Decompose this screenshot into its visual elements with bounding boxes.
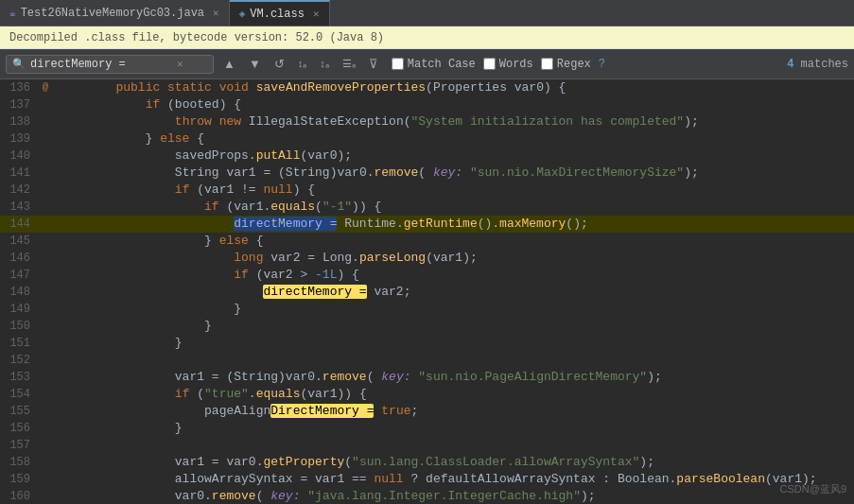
match-case-option[interactable]: Match Case (392, 58, 476, 71)
search-input[interactable] (30, 58, 172, 71)
table-row: 139 } else { (0, 130, 854, 148)
tab-java-close[interactable]: ✕ (213, 7, 219, 19)
table-row: 159 allowArraySyntax = var1 == null ? de… (0, 471, 854, 488)
code-area: 136 @ public static void saveAndRemovePr… (0, 79, 854, 504)
tab-java[interactable]: ☕ Test26NativeMemoryGc03.java ✕ (0, 0, 230, 26)
table-row: 144 directMemory = Runtime.getRuntime().… (0, 216, 854, 233)
search-option1-button[interactable]: ↕ₐ (294, 56, 311, 72)
search-option2-button[interactable]: ↕ₐ (316, 56, 333, 72)
table-row: 138 throw new IllegalStateException("Sys… (0, 113, 854, 130)
class-icon: ◈ (239, 8, 246, 20)
tab-java-label: Test26NativeMemoryGc03.java (21, 7, 204, 20)
watermark-text: CSDN@蓝风9 (780, 483, 846, 495)
table-row: 137 if (booted) { (0, 96, 854, 113)
matches-number: 4 (787, 58, 793, 71)
search-bar: 🔍 ✕ ▲ ▼ ↺ ↕ₐ ↕ₐ ☰ₐ ⊽ Match Case Words Re… (0, 49, 854, 79)
table-row: 141 String var1 = (String)var0.remove( k… (0, 165, 854, 182)
matches-count: 4 matches (787, 58, 848, 71)
info-text: Decompiled .class file, bytecode version… (9, 31, 384, 44)
table-row: 158 var1 = var0.getProperty("sun.lang.Cl… (0, 454, 854, 471)
words-checkbox[interactable] (483, 58, 496, 70)
search-next-button[interactable]: ▼ (245, 55, 265, 73)
match-case-checkbox[interactable] (392, 58, 404, 70)
table-row: 160 var0.remove( key: "java.lang.Integer… (0, 488, 854, 504)
table-row: 142 if (var1 != null) { (0, 182, 854, 199)
table-row: 136 @ public static void saveAndRemovePr… (0, 79, 854, 96)
table-row: 140 savedProps.putAll(var0); (0, 148, 854, 165)
table-row: 145 } else { (0, 233, 854, 250)
search-refresh-button[interactable]: ↺ (270, 55, 288, 73)
table-row: 157 (0, 437, 854, 454)
words-label: Words (499, 58, 533, 71)
regex-option[interactable]: Regex (541, 58, 591, 71)
table-row: 152 (0, 352, 854, 369)
table-row: 156 } (0, 420, 854, 437)
table-row: 153 var1 = (String)var0.remove( key: "su… (0, 369, 854, 386)
tab-bar: ☕ Test26NativeMemoryGc03.java ✕ ◈ VM.cla… (0, 0, 854, 26)
tab-class-close[interactable]: ✕ (313, 8, 320, 20)
table-row: 147 if (var2 > -1L) { (0, 267, 854, 284)
words-option[interactable]: Words (483, 58, 533, 71)
table-row: 155 pageAlignDirectMemory = true; (0, 403, 854, 420)
search-options: Match Case Words Regex ? (392, 58, 605, 71)
search-magnify-icon: 🔍 (12, 58, 26, 70)
regex-checkbox[interactable] (541, 58, 553, 70)
table-row: 148 directMemory = var2; (0, 284, 854, 301)
table-row: 150 } (0, 318, 854, 335)
match-case-label: Match Case (408, 58, 476, 71)
table-row: 154 if ("true".equals(var1)) { (0, 386, 854, 403)
java-icon: ☕ (9, 7, 16, 19)
table-row: 149 } (0, 301, 854, 318)
info-bar: Decompiled .class file, bytecode version… (0, 26, 854, 49)
search-input-wrapper: 🔍 ✕ (6, 55, 214, 74)
regex-label: Regex (557, 58, 591, 71)
search-filter-button[interactable]: ⊽ (365, 55, 382, 73)
regex-help[interactable]: ? (599, 58, 605, 71)
table-row: 146 long var2 = Long.parseLong(var1); (0, 250, 854, 267)
search-option3-button[interactable]: ☰ₐ (339, 56, 359, 72)
table-row: 151 } (0, 335, 854, 352)
tab-class-label: VM.class (250, 8, 305, 21)
search-clear-icon[interactable]: ✕ (177, 58, 183, 70)
table-row: 143 if (var1.equals("-1")) { (0, 199, 854, 216)
tab-class[interactable]: ◈ VM.class ✕ (230, 0, 330, 26)
watermark: CSDN@蓝风9 (780, 482, 846, 496)
search-prev-button[interactable]: ▲ (219, 55, 239, 73)
